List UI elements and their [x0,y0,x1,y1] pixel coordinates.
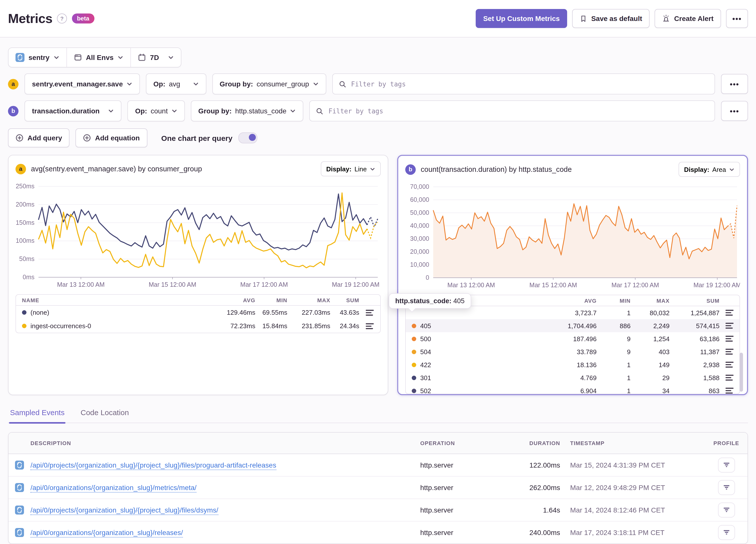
series-focus-icon[interactable] [720,335,740,342]
col-operation: OPERATION [420,440,520,446]
one-chart-per-query-toggle[interactable] [238,132,257,143]
display-mode-selector-a[interactable]: Display: Line [321,161,381,176]
event-description-link[interactable]: /api/0/organizations/{organization_slug}… [30,484,197,493]
event-row: /api/0/organizations/{organization_slug}… [8,476,748,499]
profile-button[interactable] [718,458,735,473]
series-focus-icon[interactable] [720,322,740,329]
profile-button[interactable] [718,503,735,518]
series-focus-icon[interactable] [720,309,740,316]
query-more-button-b[interactable]: ••• [721,101,748,121]
area-chart[interactable]: 010,00020,00030,00040,00050,00060,00070,… [405,180,740,291]
line-chart[interactable]: 0ms50ms100ms150ms200ms250msMar 13 12:00 … [15,179,381,290]
series-row[interactable]: 4051,704.4968862,249574,415 [406,319,740,332]
series-avg: 33.789 [543,348,597,355]
op-selector-b[interactable]: Op: count [128,100,185,121]
series-name: 500 [420,335,431,342]
metrics-page: Metrics ? beta Set Up Custom Metrics Sav… [0,0,756,544]
tab-sampled-events[interactable]: Sampled Events [9,408,65,423]
profile-button[interactable] [718,525,735,540]
add-query-button[interactable]: Add query [8,128,69,147]
series-min: 15.84ms [255,322,287,330]
chevron-down-icon [126,81,132,87]
series-row[interactable]: 42218.13611492,938 [406,358,740,371]
python-project-icon [8,461,30,470]
series-sum: 24.34s [330,322,359,330]
table-scrollbar[interactable] [740,353,743,392]
query-row-b: b transaction.duration Op: count Group b… [8,100,748,121]
series-focus-icon[interactable] [359,322,380,329]
series-color-dot [412,362,416,367]
event-row: /api/0/projects/{organization_slug}/{pro… [8,454,748,476]
date-range-selector[interactable]: 7D [131,48,181,67]
svg-text:100ms: 100ms [16,237,34,244]
tab-code-location[interactable]: Code Location [79,408,130,423]
add-equation-button[interactable]: Add equation [75,128,147,147]
metric-selector-a[interactable]: sentry.event_manager.save [24,73,140,94]
op-value: avg [169,80,180,88]
series-min: 886 [597,322,631,329]
display-label: Display: [326,165,352,173]
series-avg: 129.46ms [211,309,255,316]
series-focus-icon[interactable] [720,387,740,394]
series-name: 504 [420,348,431,355]
series-row[interactable]: 5026.904134863 [406,384,740,394]
environment-selector-label: All Envs [86,53,114,61]
series-row[interactable]: ingest-occurrences-072.23ms15.84ms231.85… [16,319,380,333]
svg-text:250ms: 250ms [16,183,34,190]
display-mode-selector-b[interactable]: Display: Area [679,162,740,177]
series-focus-icon[interactable] [720,361,740,368]
chevron-down-icon [171,108,177,114]
event-description-link[interactable]: /api/0/projects/{organization_slug}/{pro… [30,461,276,470]
metric-selector-b[interactable]: transaction.duration [24,100,122,121]
tag-filter-input-a[interactable] [350,80,709,88]
project-selector[interactable]: sentry [8,48,66,67]
col-avg: AVG [543,297,597,303]
project-selector-label: sentry [28,53,49,61]
series-row[interactable]: 50433.789940311,387 [406,345,740,358]
series-name: 405 [420,322,431,329]
groupby-label: Group by: [220,80,253,88]
event-description-link[interactable]: /api/0/projects/{organization_slug}/{pro… [30,506,218,515]
search-icon [339,80,346,88]
save-as-default-button[interactable]: Save as default [572,9,650,28]
tag-filter-input-b[interactable] [328,107,709,115]
event-timestamp: Mar 15, 2024 4:31:39 PM CET [560,461,705,469]
series-sum: 2,938 [670,361,720,368]
series-sum: 863 [670,387,720,394]
query-more-button-a[interactable]: ••• [721,74,748,94]
op-value: count [151,107,168,115]
setup-custom-metrics-button[interactable]: Set Up Custom Metrics [476,9,567,28]
event-duration: 240.00ms [520,529,560,537]
date-range-label: 7D [150,53,159,61]
siren-icon [662,14,670,22]
header-more-button[interactable]: ••• [726,9,748,28]
groupby-value: consumer_group [257,80,309,88]
col-description: DESCRIPTION [30,440,420,446]
svg-text:0: 0 [426,274,429,281]
event-row: /api/0/organizations/{organization_slug}… [8,521,748,544]
col-min: MIN [597,297,631,303]
series-focus-icon[interactable] [720,374,740,381]
groupby-selector-a[interactable]: Group by: consumer_group [212,73,326,94]
series-focus-icon[interactable] [720,348,740,355]
groupby-selector-b[interactable]: Group by: http.status_code [191,100,303,121]
event-duration: 122.00ms [520,461,560,469]
help-icon[interactable]: ? [57,13,67,23]
col-avg: AVG [211,297,255,303]
svg-text:0ms: 0ms [23,273,34,280]
series-focus-icon[interactable] [359,309,380,316]
event-duration: 1.64s [520,506,560,514]
series-color-dot [412,336,416,341]
series-row[interactable]: (none)129.46ms69.55ms227.03ms43.63s [16,306,380,319]
environment-selector[interactable]: All Envs [66,48,131,67]
series-color-dot [22,310,26,315]
series-row[interactable]: 3014.7691291,588 [406,371,740,384]
create-alert-button[interactable]: Create Alert [655,9,721,28]
event-description-link[interactable]: /api/0/organizations/{organization_slug}… [30,529,183,538]
col-duration: DURATION [520,440,560,446]
op-selector-a[interactable]: Op: avg [146,73,206,94]
series-color-dot [412,388,416,393]
series-row[interactable]: 500187.49691,25463,186 [406,332,740,345]
query-badge-a: a [8,79,18,89]
profile-button[interactable] [718,480,735,495]
